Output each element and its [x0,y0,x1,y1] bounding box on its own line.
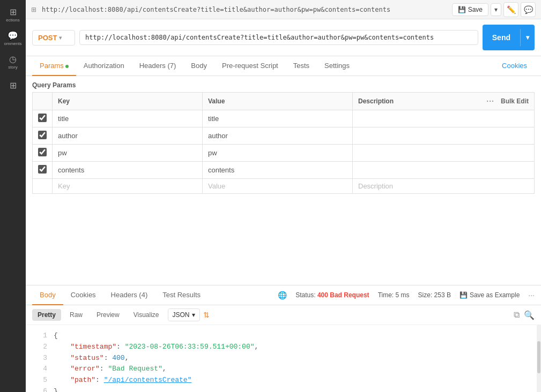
copy-button[interactable]: ⧉ [514,310,520,320]
comments-icon: 💬 [8,31,18,41]
format-select[interactable]: JSON ▾ [168,308,200,321]
pretty-view-button[interactable]: Pretty [32,309,61,321]
empty-key-placeholder: Key [58,182,70,190]
row4-desc [353,162,535,179]
sidebar-item-history[interactable]: ◷ story [2,51,24,73]
row3-key: pw [58,149,67,157]
bulk-edit-button[interactable]: Bulk Edit [501,97,529,105]
raw-view-button[interactable]: Raw [64,309,88,321]
query-params-title: Query Params [32,81,535,89]
save-label: Save [468,6,483,13]
col-header-key: Key [53,93,203,110]
params-dot [65,65,69,68]
tab-pre-request-script[interactable]: Pre-request Script [214,56,286,76]
row4-key: contents [58,166,84,174]
code-line-1: 1 { [32,330,535,342]
row2-checkbox[interactable] [38,131,47,139]
line-number: 4 [32,364,47,375]
col-header-desc: Description ··· Bulk Edit [353,93,535,110]
tab-body[interactable]: Body [183,56,214,76]
save-example-icon: 💾 [460,291,468,299]
code-area-wrap: 1 { 2 "timestamp": "2023-08-26T06:33:59.… [26,325,541,392]
tab-tests[interactable]: Tests [286,56,317,76]
sidebar: ⊞ ections 💬 omments ◷ story ⊞ [0,0,26,392]
send-button[interactable]: Send [483,29,521,46]
save-button[interactable]: 💾 Save [452,3,488,16]
empty-desc-placeholder: Description [358,182,393,190]
line-number: 3 [32,353,47,364]
send-dropdown-button[interactable]: ▾ [521,29,535,46]
request-bar: POST ▾ Send ▾ [26,19,541,56]
row4-value: contents [208,166,234,174]
sidebar-item-apps[interactable]: ⊞ [2,75,24,96]
row3-checkbox[interactable] [38,148,47,156]
edit-icon-button[interactable]: ✏️ [503,2,518,17]
save-as-example-button[interactable]: 💾 Save as Example [460,291,520,299]
topbar: ⊞ http://localhost:8080/api/contentsCrea… [26,0,541,19]
line-content: { [54,330,535,342]
empty-value-placeholder: Value [208,182,225,190]
sidebar-item-collections[interactable]: ⊞ ections [2,4,24,26]
spacer [26,196,541,285]
comment-icon-button[interactable]: 💬 [521,2,536,17]
col-header-value: Value [203,93,353,110]
bulk-edit-dots[interactable]: ··· [486,97,494,105]
code-area: 1 { 2 "timestamp": "2023-08-26T06:33:59.… [26,325,541,392]
size-info: Size: 253 B [418,291,451,299]
response-tab-headers[interactable]: Headers (4) [103,285,155,305]
code-line-6: 6 } [32,386,535,392]
scrollbar-right[interactable] [537,325,541,392]
line-number: 5 [32,375,47,386]
search-button[interactable]: 🔍 [524,310,535,320]
params-table: Key Value Description ··· Bulk Edit [32,92,535,194]
row3-desc [353,145,535,162]
topbar-url: http://localhost:8080/api/contentsCreate… [42,6,448,13]
line-content: "path": "/api/contentsCreate" [54,375,535,386]
time-info: Time: 5 ms [378,291,410,299]
preview-view-button[interactable]: Preview [91,309,125,321]
code-line-4: 4 "error": "Bad Request", [32,364,535,375]
tab-params[interactable]: Params [32,56,76,76]
line-content: "status": 400, [54,353,535,364]
save-example-label: Save as Example [470,291,520,299]
tab-settings[interactable]: Settings [317,56,357,76]
row4-checkbox[interactable] [38,165,47,174]
save-dropdown-button[interactable]: ▾ [491,3,501,16]
code-line-3: 3 "status": 400, [32,353,535,364]
response-tabs-bar: Body Cookies Headers (4) Test Results 🌐 … [26,285,541,305]
table-row: title title [33,110,535,127]
status-code: 400 Bad Request [317,291,369,299]
request-tabs: Params Authorization Headers (7) Body Pr… [26,56,541,76]
url-input[interactable] [79,30,478,45]
sidebar-item-comments[interactable]: 💬 omments [2,28,24,49]
line-content: "error": "Bad Request", [54,364,535,375]
row2-key: author [58,132,78,140]
table-row: contents contents [33,162,535,179]
save-icon: 💾 [458,6,466,13]
tab-authorization[interactable]: Authorization [76,56,132,76]
response-tab-test-results[interactable]: Test Results [155,285,208,305]
line-number: 2 [32,342,47,353]
method-select[interactable]: POST ▾ [32,30,75,46]
history-icon: ◷ [9,54,17,64]
tab-cookies[interactable]: Cookies [494,56,535,76]
row1-key: title [58,115,69,123]
visualize-view-button[interactable]: Visualize [128,309,165,321]
method-chevron-icon: ▾ [59,35,62,41]
response-code-block: 1 { 2 "timestamp": "2023-08-26T06:33:59.… [26,325,541,392]
status-label: Status: 400 Bad Request [295,291,369,299]
send-button-group: Send ▾ [483,25,535,50]
code-line-2: 2 "timestamp": "2023-08-26T06:33:59.511+… [32,342,535,353]
scrollbar-thumb [537,341,540,373]
table-row: pw pw [33,145,535,162]
code-line-5: 5 "path": "/api/contentsCreate" [32,375,535,386]
row1-checkbox[interactable] [38,114,47,122]
response-tab-cookies[interactable]: Cookies [63,285,103,305]
response-tab-body[interactable]: Body [32,285,63,305]
filter-icon[interactable]: ⇅ [203,311,210,319]
tab-headers[interactable]: Headers (7) [132,56,184,76]
sidebar-collections-label: ections [6,18,19,23]
more-options-button[interactable]: ··· [528,291,535,299]
response-status-bar: 🌐 Status: 400 Bad Request Time: 5 ms Siz… [278,291,535,299]
sidebar-history-label: story [8,65,17,70]
